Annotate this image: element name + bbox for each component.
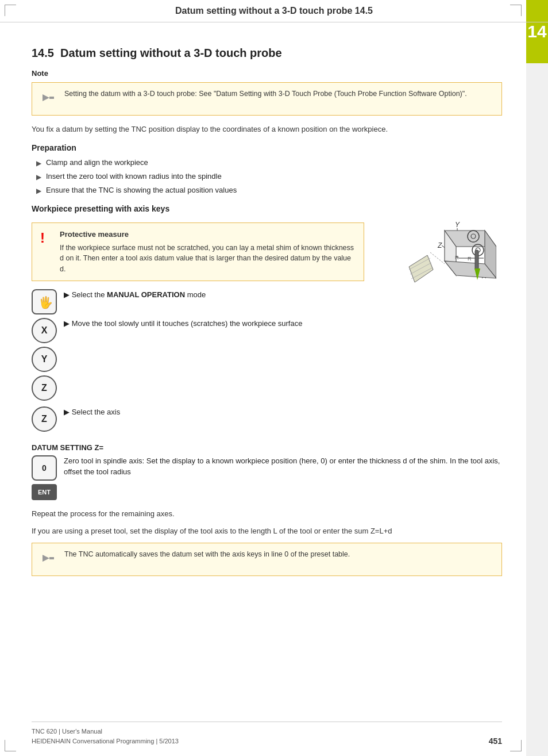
- step1-row: 🖐 ▶ Select the MANUAL OPERATION mode: [32, 289, 364, 314]
- section-title: 14.5 Datum setting without a 3-D touch p…: [32, 45, 502, 60]
- intro-text: You fix a datum by setting the TNC posit…: [32, 124, 502, 135]
- bullet-arrow: ▶: [36, 158, 41, 168]
- step2-row: X Y Z ▶ Move the tool slowly until it to…: [32, 318, 364, 401]
- footer-line2: HEIDENHAIN Conversational Programming | …: [32, 736, 179, 746]
- page-wrapper: 14 Datum setting without a 3-D touch pro…: [0, 0, 548, 756]
- bullet-arrow: ▶: [36, 172, 41, 182]
- step3-arrow: ▶: [64, 408, 72, 416]
- svg-text:🖐: 🖐: [38, 296, 52, 309]
- bullet-arrow: ▶: [36, 186, 41, 196]
- manual-op-bold: MANUAL OPERATION: [107, 290, 185, 299]
- preset-text: If you are using a preset tool, set the …: [32, 525, 502, 537]
- header-title: Datum setting without a 3-D touch probe …: [175, 6, 373, 16]
- prep-item-2: Insert the zero tool with known radius i…: [46, 171, 222, 182]
- note-label: Note: [32, 69, 502, 78]
- corner-mark-bl: [5, 740, 16, 751]
- prep-item-3: Ensure that the TNC is showing the actua…: [46, 185, 237, 196]
- svg-rect-1: [49, 97, 54, 99]
- datum-key-col: 0 ENT: [32, 455, 57, 500]
- list-item: ▶Insert the zero tool with known radius …: [32, 171, 502, 182]
- main-content: 14.5 Datum setting without a 3-D touch p…: [0, 22, 548, 601]
- svg-text:Z: Z: [437, 241, 442, 250]
- prep-item-1: Clamp and align the workpiece: [46, 157, 148, 168]
- chapter-number: 14: [527, 22, 546, 41]
- hand-key-button[interactable]: 🖐: [32, 289, 57, 314]
- right-sidebar: 14: [526, 0, 548, 756]
- warning-content: Protective measure If the workpiece surf…: [60, 229, 356, 275]
- footer-line1: TNC 620 | User's Manual: [32, 727, 179, 736]
- arrow-icon: [40, 90, 56, 109]
- svg-marker-0: [43, 94, 49, 101]
- footer: TNC 620 | User's Manual HEIDENHAIN Conve…: [32, 722, 502, 746]
- z-key-button[interactable]: Z: [32, 375, 57, 401]
- list-item: ▶Ensure that the TNC is showing the actu…: [32, 185, 502, 196]
- section-number: 14.5: [32, 47, 54, 59]
- footer-left: TNC 620 | User's Manual HEIDENHAIN Conve…: [32, 727, 179, 746]
- list-item: ▶Clamp and align the workpiece: [32, 157, 502, 168]
- step3-instruction: ▶ Select the axis: [64, 406, 364, 418]
- step3-text: Select the axis: [72, 408, 121, 416]
- step2-instruction: ▶ Move the tool slowly until it touches …: [64, 318, 364, 329]
- note-box: Setting the datum with a 3-D touch probe…: [32, 82, 502, 116]
- step1-instruction: ▶ Select the MANUAL OPERATION mode: [64, 289, 364, 301]
- warning-box: ! Protective measure If the workpiece su…: [32, 222, 364, 281]
- two-col-layout: ! Protective measure If the workpiece su…: [32, 218, 502, 435]
- datum-setting-label: DATUM SETTING Z=: [32, 443, 502, 452]
- step3-row: Z ▶ Select the axis: [32, 406, 364, 432]
- step2-arrow: ▶: [64, 319, 72, 328]
- datum-key-row: 0 ENT Zero tool in spindle axis: Set the…: [32, 455, 502, 500]
- step1-arrow: ▶: [64, 290, 72, 299]
- corner-mark-br: [510, 740, 522, 751]
- svg-line-21: [430, 252, 445, 264]
- z2-key-button[interactable]: Z: [32, 406, 57, 432]
- col-right-diagram: Y Z X X Y: [370, 218, 502, 329]
- svg-marker-28: [43, 555, 49, 562]
- top-header: Datum setting without a 3-D touch probe …: [0, 0, 548, 22]
- col-left: ! Protective measure If the workpiece su…: [32, 218, 364, 435]
- note-text: Setting the datum with a 3-D touch probe…: [64, 89, 467, 99]
- hand-icon: 🖐: [36, 294, 52, 310]
- zero-key-button[interactable]: 0: [32, 455, 57, 481]
- step3-key-col: Z: [32, 406, 57, 432]
- svg-text:R: R: [455, 255, 459, 260]
- repeat-text: Repeat the process for the remaining axe…: [32, 508, 502, 520]
- svg-rect-29: [49, 557, 54, 559]
- bottom-note-text: The TNC automatically saves the datum se…: [64, 549, 350, 560]
- warning-title: Protective measure: [60, 229, 356, 240]
- x-key-button[interactable]: X: [32, 318, 57, 343]
- footer-page-number: 451: [489, 736, 502, 746]
- bottom-note-box: The TNC automatically saves the datum se…: [32, 543, 502, 576]
- bottom-arrow-icon: [40, 550, 56, 570]
- workpiece-heading: Workpiece presetting with axis keys: [32, 204, 502, 213]
- step2-text: Move the tool slowly until it touches (s…: [72, 319, 303, 328]
- svg-text:R: R: [468, 256, 472, 262]
- svg-text:Y: Y: [455, 221, 460, 229]
- preparation-heading: Preparation: [32, 143, 502, 152]
- datum-instruction: Zero tool in spindle axis: Set the displ…: [64, 455, 502, 478]
- y-key-button[interactable]: Y: [32, 347, 57, 372]
- ent-key-button[interactable]: ENT: [32, 484, 57, 500]
- warning-text-body: If the workpiece surface must not be scr…: [60, 244, 354, 274]
- workpiece-diagram: Y Z X X Y: [370, 218, 496, 327]
- warning-icon: !: [40, 230, 52, 246]
- preparation-list: ▶Clamp and align the workpiece ▶Insert t…: [32, 157, 502, 196]
- step1-key-col: 🖐: [32, 289, 57, 314]
- section-heading-text: Datum setting without a 3-D touch probe: [60, 47, 282, 59]
- step2-key-col: X Y Z: [32, 318, 57, 401]
- svg-rect-19: [475, 250, 478, 270]
